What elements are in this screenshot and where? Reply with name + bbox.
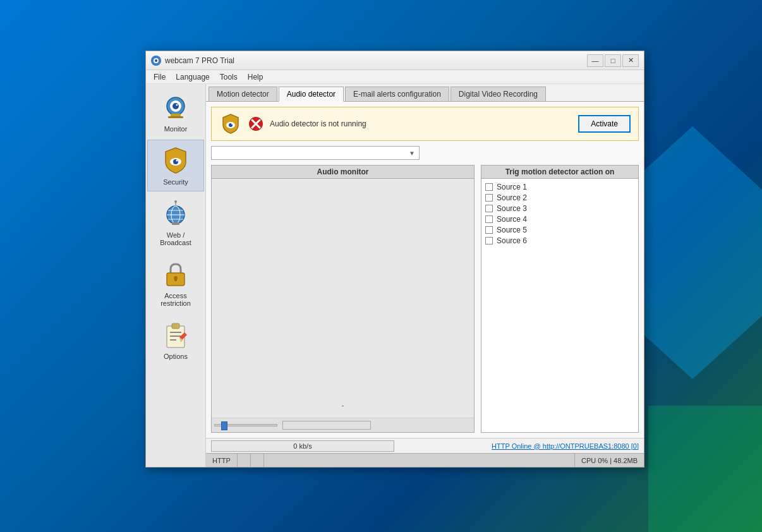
source-6-checkbox[interactable] [485,237,493,245]
svg-point-30 [231,123,233,124]
menu-help[interactable]: Help [243,71,269,83]
volume-slider-track [214,424,277,426]
source-row-3: Source 3 [485,204,634,213]
dropdown-arrow-icon: ▼ [409,150,415,157]
volume-slider-container [214,424,277,426]
options-icon [160,320,191,350]
sidebar-item-monitor[interactable]: Monitor [147,87,204,138]
tab-audio[interactable]: Audio detector [279,87,344,102]
audio-level-display: - [214,401,471,410]
sidebar-item-options[interactable]: Options [147,314,204,366]
title-bar: webcam 7 PRO Trial — □ ✕ [146,51,644,70]
menu-file[interactable]: File [148,71,171,83]
svg-point-2 [155,59,157,62]
monitor-icon [160,92,191,123]
trig-panel-title: Trig motion detector action on [481,166,638,179]
maximize-button[interactable]: □ [605,54,621,67]
bottom-segment-2 [238,454,251,467]
audio-monitor-panel: Audio monitor - [211,165,475,433]
bottom-http: HTTP [206,454,238,467]
source-row-5: Source 5 [485,226,634,234]
source-3-checkbox[interactable] [485,205,493,212]
status-bar: 0 kb/s HTTP Online @ http://ONTPRUEBAS1:… [206,438,644,453]
alert-error-icon [248,116,263,131]
main-content: Monitor Security [146,84,644,467]
sidebar-item-security-label: Security [163,178,188,186]
tab-email[interactable]: E-mail alerts configuration [345,87,449,101]
audio-monitor-title: Audio monitor [212,166,474,179]
title-bar-left: webcam 7 PRO Trial [151,56,234,66]
menu-bar: File Language Tools Help [146,70,644,84]
source-1-label: Source 1 [497,183,527,191]
alert-bar: Audio detector is not running Activate [211,107,639,141]
audio-controls [212,418,474,432]
app-icon [151,56,161,66]
app-window: webcam 7 PRO Trial — □ ✕ File Language T… [145,51,644,468]
two-col-layout: Audio monitor - [211,165,639,433]
sidebar-item-access[interactable]: Access restriction [147,253,204,313]
sidebar-item-access-label: Access restriction [150,292,201,307]
minimize-button[interactable]: — [587,54,603,67]
broadcast-icon [160,198,191,229]
close-button[interactable]: ✕ [622,54,639,67]
source-row-6: Source 6 [485,236,634,245]
sidebar-item-security[interactable]: Security [147,140,204,191]
menu-tools[interactable]: Tools [215,71,243,83]
source-dropdown[interactable]: ▼ [211,146,420,160]
content-panel: Audio detector is not running Activate ▼… [206,102,644,438]
source-4-label: Source 4 [497,215,527,224]
audio-monitor-content: - [212,179,474,418]
source-1-checkbox[interactable] [485,183,493,191]
svg-point-5 [172,103,179,109]
activate-button[interactable]: Activate [578,115,631,133]
sidebar-item-broadcast[interactable]: Web / Broadcast [147,193,204,252]
source-row-2: Source 2 [485,193,634,202]
window-title: webcam 7 PRO Trial [165,56,234,65]
sidebar-item-monitor-label: Monitor [164,125,188,133]
source-4-checkbox[interactable] [485,215,493,223]
dropdown-row: ▼ [211,146,639,160]
svg-point-18 [174,200,177,203]
access-icon [160,259,191,289]
alert-message: Audio detector is not running [270,119,572,128]
svg-rect-8 [168,116,183,118]
sidebar: Monitor Security [146,84,206,467]
svg-rect-24 [172,323,179,329]
bottom-cpu: CPU 0% | 48.2MB [574,454,644,467]
sidebar-item-broadcast-label: Web / Broadcast [150,231,201,246]
tab-bar: Motion detector Audio detector E-mail al… [206,84,644,102]
bottom-bar: HTTP CPU 0% | 48.2MB [206,453,644,467]
tab-dvr[interactable]: Digital Video Recording [451,87,546,101]
svg-point-11 [176,160,178,162]
tab-motion[interactable]: Motion detector [209,87,277,101]
volume-slider-thumb[interactable] [221,421,227,430]
source-6-label: Source 6 [497,236,527,245]
alert-shield-icon [219,112,242,135]
trig-motion-panel: Trig motion detector action on Source 1 … [481,165,639,433]
bottom-segment-3 [251,454,264,467]
audio-progress-bar [282,421,371,430]
source-row-1: Source 1 [485,183,634,191]
source-5-label: Source 5 [497,226,527,234]
svg-rect-22 [174,278,177,281]
source-2-checkbox[interactable] [485,194,493,202]
title-bar-buttons: — □ ✕ [587,54,639,67]
source-3-label: Source 3 [497,204,527,213]
security-icon [160,145,191,176]
source-5-checkbox[interactable] [485,226,493,234]
source-2-label: Source 2 [497,193,527,202]
menu-language[interactable]: Language [171,71,214,83]
http-link[interactable]: HTTP Online @ http://ONTPRUEBAS1:8080 [0… [492,442,639,450]
svg-rect-19 [172,222,179,225]
trig-panel-content: Source 1 Source 2 Source 3 [481,179,638,432]
sidebar-item-options-label: Options [164,353,188,360]
speed-display: 0 kb/s [211,440,394,452]
right-panel: Motion detector Audio detector E-mail al… [206,84,644,467]
svg-point-6 [176,104,178,106]
source-row-4: Source 4 [485,215,634,224]
